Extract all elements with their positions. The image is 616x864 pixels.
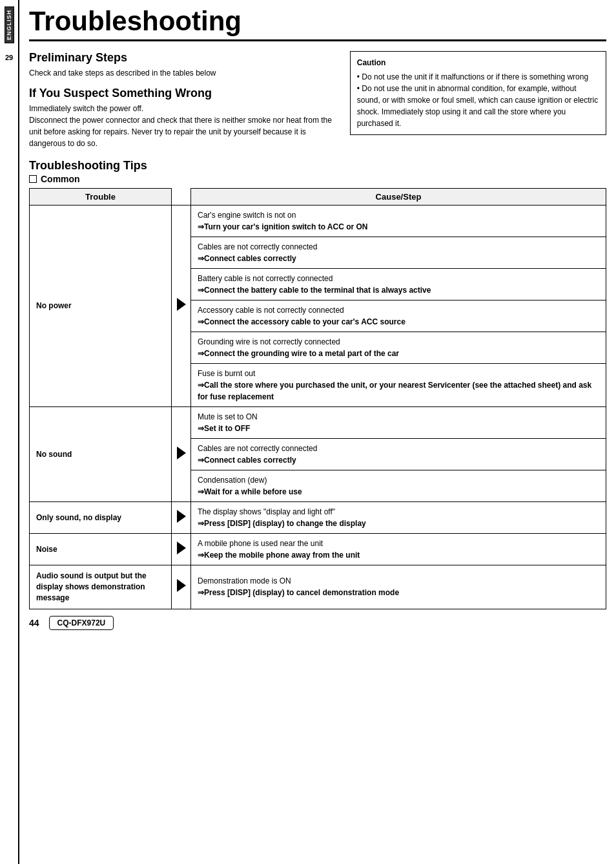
suspect-line1: Immediately switch the power off.: [29, 103, 337, 114]
caution-list: Do not use the unit if it malfunctions o…: [357, 71, 599, 129]
cause-step: ⇒Keep the mobile phone away from the uni…: [198, 549, 599, 561]
cause-cell: Car's engine switch is not on⇒Turn your …: [191, 205, 606, 237]
prelim-heading: Preliminary Steps: [29, 51, 337, 65]
cause-step: ⇒Set it to OFF: [198, 423, 599, 434]
cause-desc: Condensation (dew): [198, 474, 599, 486]
checkbox-icon: [29, 175, 37, 183]
arrow-cell: [172, 534, 191, 565]
cause-desc: Accessory cable is not correctly connect…: [198, 304, 599, 316]
side-tab: ENGLISH 29: [0, 0, 19, 864]
cause-desc: Demonstration mode is ON: [198, 575, 599, 587]
table-row: Only sound, no displayThe display shows …: [30, 502, 606, 534]
page-title: Troubleshooting: [29, 6, 606, 41]
arrow-cell: [172, 205, 191, 407]
col-trouble: Trouble: [30, 189, 172, 205]
cause-desc: Battery cable is not correctly connected: [198, 273, 599, 284]
table-row: No powerCar's engine switch is not on⇒Tu…: [30, 205, 606, 237]
top-right: Caution Do not use the unit if it malfun…: [350, 51, 606, 149]
main-content: Troubleshooting Preliminary Steps Check …: [23, 0, 616, 643]
caution-item-1: Do not use the unit if it malfunctions o…: [357, 71, 599, 83]
cause-desc: Grounding wire is not correctly connecte…: [198, 336, 599, 348]
cause-cell: Mute is set to ON⇒Set it to OFF: [191, 407, 606, 439]
tips-heading: Troubleshooting Tips: [29, 159, 606, 173]
model-number: CQ-DFX972U: [49, 616, 114, 630]
cause-cell: Demonstration mode is ON⇒Press [DISP] (d…: [191, 565, 606, 609]
cause-desc: A mobile phone is used near the unit: [198, 538, 599, 549]
prelim-body: Check and take steps as described in the…: [29, 67, 337, 79]
trouble-cell: Only sound, no display: [30, 502, 172, 534]
cause-step: ⇒Connect the grounding wire to a metal p…: [198, 348, 599, 359]
trouble-cell: No power: [30, 205, 172, 407]
cause-desc: Car's engine switch is not on: [198, 209, 599, 221]
arrow-cell: [172, 565, 191, 609]
col-cause: Cause/Step: [191, 189, 606, 205]
cause-cell: Grounding wire is not correctly connecte…: [191, 332, 606, 364]
side-page-num: 29: [5, 54, 13, 61]
trouble-table: Trouble Cause/Step No powerCar's engine …: [29, 188, 606, 609]
cause-desc: The display shows "display and light off…: [198, 506, 599, 518]
arrow-cell: [172, 502, 191, 534]
caution-item-2: Do not use the unit in abnormal conditio…: [357, 83, 599, 129]
table-row: No soundMute is set to ON⇒Set it to OFF: [30, 407, 606, 439]
cause-step: ⇒Connect cables correctly: [198, 454, 599, 466]
cause-cell: Battery cable is not correctly connected…: [191, 269, 606, 300]
caution-box: Caution Do not use the unit if it malfun…: [350, 51, 606, 135]
cause-step: ⇒Press [DISP] (display) to cancel demons…: [198, 587, 599, 598]
suspect-line2: Disconnect the power connector and check…: [29, 114, 337, 149]
cause-step: ⇒Press [DISP] (display) to change the di…: [198, 518, 599, 529]
arrow-icon: [177, 579, 186, 592]
trouble-cell: Noise: [30, 534, 172, 565]
cause-cell: A mobile phone is used near the unit⇒Kee…: [191, 534, 606, 565]
caution-title: Caution: [357, 57, 599, 68]
suspect-heading: If You Suspect Something Wrong: [29, 87, 337, 100]
cause-desc: Mute is set to ON: [198, 411, 599, 423]
footer: 44 CQ-DFX972U: [29, 616, 606, 630]
cause-step: ⇒Connect the accessory cable to your car…: [198, 316, 599, 328]
arrow-icon: [177, 542, 186, 554]
cause-desc: Cables are not correctly connected: [198, 241, 599, 253]
cause-cell: Cables are not correctly connected⇒Conne…: [191, 439, 606, 470]
language-label: ENGLISH: [5, 6, 14, 43]
cause-cell: Condensation (dew)⇒Wait for a while befo…: [191, 470, 606, 502]
table-row: NoiseA mobile phone is used near the uni…: [30, 534, 606, 565]
trouble-cell: No sound: [30, 407, 172, 502]
cause-cell: The display shows "display and light off…: [191, 502, 606, 534]
cause-cell: Accessory cable is not correctly connect…: [191, 300, 606, 332]
cause-desc: Cables are not correctly connected: [198, 443, 599, 454]
cause-step: ⇒Connect cables correctly: [198, 253, 599, 264]
cause-step: ⇒Call the store where you purchased the …: [198, 379, 599, 403]
arrow-cell: [172, 407, 191, 502]
cause-step: ⇒Connect the battery cable to the termin…: [198, 284, 599, 296]
arrow-icon: [177, 447, 186, 459]
cause-step: ⇒Turn your car's ignition switch to ACC …: [198, 221, 599, 233]
cause-desc: Fuse is burnt out: [198, 368, 599, 379]
common-label: Common: [41, 174, 80, 184]
table-row: Audio sound is output but the display sh…: [30, 565, 606, 609]
cause-step: ⇒Wait for a while before use: [198, 486, 599, 498]
top-section: Preliminary Steps Check and take steps a…: [29, 51, 606, 149]
trouble-cell: Audio sound is output but the display sh…: [30, 565, 172, 609]
cause-cell: Fuse is burnt out⇒Call the store where y…: [191, 364, 606, 407]
arrow-icon: [177, 298, 186, 311]
cause-cell: Cables are not correctly connected⇒Conne…: [191, 237, 606, 269]
arrow-icon: [177, 510, 186, 523]
top-left: Preliminary Steps Check and take steps a…: [29, 51, 337, 149]
page-number: 44: [29, 618, 39, 628]
common-heading: Common: [29, 174, 606, 184]
